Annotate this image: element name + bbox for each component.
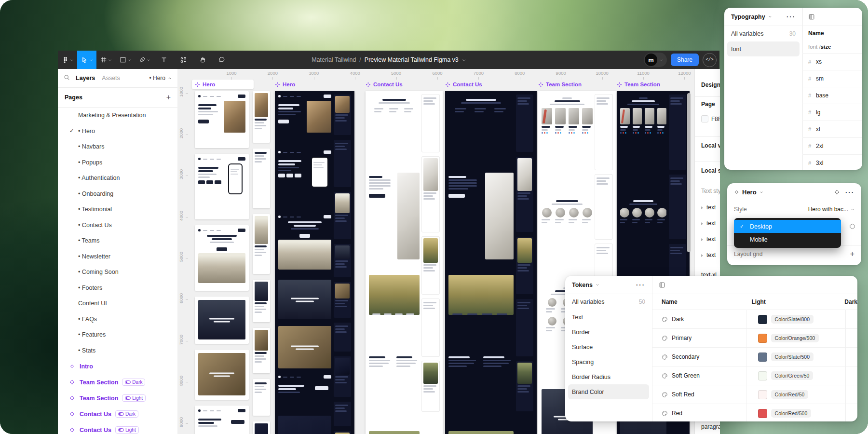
- account-menu[interactable]: m: [644, 53, 667, 67]
- text-tool[interactable]: [154, 51, 174, 69]
- variable-row-3xl[interactable]: #3xl: [802, 155, 862, 170]
- shape-tool[interactable]: [116, 51, 135, 69]
- sidebar-page-content-ui[interactable]: Content UI: [58, 296, 177, 312]
- token-group-spacing[interactable]: Spacing: [568, 354, 649, 369]
- style-value-dropdown[interactable]: Hero with bac...: [808, 206, 854, 213]
- panel-menu-icon[interactable]: ···: [787, 13, 796, 20]
- variable-chip[interactable]: Color/Red/50: [771, 390, 809, 399]
- mini-design-card[interactable]: [195, 154, 249, 219]
- mini-design-card[interactable]: [195, 297, 249, 344]
- variable-chip[interactable]: Color/Slate/800: [771, 315, 814, 324]
- sidebar-page-coming-soon[interactable]: • Coming Soon: [58, 264, 177, 280]
- mini-design-card-mobile[interactable]: [253, 421, 270, 434]
- sidebar-page-features[interactable]: • Features: [58, 327, 177, 343]
- variant-badge[interactable]: Dark: [115, 410, 138, 418]
- table-layout-icon[interactable]: [808, 14, 815, 20]
- mini-design-card-mobile[interactable]: [253, 379, 270, 416]
- variable-chip[interactable]: Color/Orange/500: [771, 334, 819, 342]
- variant-badge[interactable]: Light: [115, 426, 139, 434]
- hand-tool[interactable]: [193, 51, 212, 69]
- artboard-frame-contact-us-dark[interactable]: [445, 91, 537, 434]
- token-row-soft-green[interactable]: Soft Green Color/Green/50 Colo: [652, 366, 857, 385]
- variable-row-sm[interactable]: #sm: [802, 70, 862, 87]
- artboard-frame-contact-us-light[interactable]: [366, 91, 443, 434]
- token-row-primary[interactable]: Primary Color/Orange/500 Colo: [652, 329, 857, 348]
- variable-row-xl[interactable]: #xl: [802, 121, 862, 138]
- panel-menu-icon[interactable]: ···: [636, 281, 645, 288]
- local-variables-label[interactable]: Local va: [701, 142, 720, 149]
- panel-menu-icon[interactable]: ···: [845, 189, 854, 196]
- mini-design-card[interactable]: [195, 91, 249, 148]
- mini-design-card[interactable]: [195, 350, 249, 400]
- layer-team-section-light[interactable]: Team SectionLight: [58, 390, 177, 406]
- sidebar-page-popups[interactable]: • Popups: [58, 155, 177, 171]
- tokens-panel-title[interactable]: Tokens: [572, 282, 593, 288]
- token-row-soft-red[interactable]: Soft Red Color/Red/50 Colo: [652, 385, 857, 404]
- breadcrumb-file-name[interactable]: Preview Material Tailwind Figma v3: [365, 56, 459, 63]
- sidebar-page-faqs[interactable]: • FAQs: [58, 312, 177, 327]
- variable-row-lg[interactable]: #lg: [802, 104, 862, 121]
- breadcrumb-team[interactable]: Material Tailwind: [312, 56, 356, 63]
- mini-design-card-mobile[interactable]: [253, 149, 270, 208]
- page-color-value[interactable]: F8F...: [711, 116, 720, 122]
- sidebar-page-contact-us[interactable]: • Contact Us: [58, 217, 177, 233]
- text-style-row[interactable]: paragraph: [701, 423, 720, 430]
- local-styles-label[interactable]: Local styles: [701, 167, 720, 174]
- token-row-red[interactable]: Red Color/Red/500 Colo: [652, 404, 857, 421]
- text-style-row[interactable]: text: [701, 236, 716, 243]
- token-group-border-radius[interactable]: Border Radius: [568, 369, 649, 384]
- token-group-border[interactable]: Border: [568, 325, 649, 339]
- artboard-frame-hero-dark[interactable]: [275, 91, 354, 434]
- main-menu[interactable]: [58, 51, 77, 69]
- dropdown-option-mobile[interactable]: Mobile: [734, 233, 841, 246]
- variable-row-xs[interactable]: #xs: [802, 54, 862, 70]
- tab-layers[interactable]: Layers: [76, 75, 95, 81]
- mini-design-card[interactable]: [195, 406, 249, 434]
- chevron-down-icon[interactable]: [768, 15, 772, 18]
- share-button[interactable]: Share: [671, 54, 699, 66]
- variable-row-base[interactable]: #base: [802, 87, 862, 104]
- mini-design-card-mobile[interactable]: [253, 91, 270, 143]
- sidebar-page-hero[interactable]: ✓• Hero: [58, 123, 177, 139]
- artboard-label-hero[interactable]: Hero: [195, 81, 215, 87]
- dropdown-option-desktop[interactable]: ✓Desktop: [734, 220, 841, 233]
- artboard-label-team-section[interactable]: Team Section: [617, 81, 660, 87]
- text-style-row[interactable]: text: [701, 204, 716, 211]
- variant-badge[interactable]: Light: [122, 394, 146, 402]
- mini-design-card-mobile[interactable]: [253, 280, 270, 322]
- text-style-row[interactable]: text: [701, 252, 716, 258]
- variable-chip[interactable]: Color/Slate/500: [771, 353, 814, 361]
- layer-contact-us-dark[interactable]: Contact UsDark: [58, 406, 177, 422]
- artboard-label-hero[interactable]: Hero: [275, 81, 295, 87]
- artboard-label-contact-us[interactable]: Contact Us: [445, 81, 482, 87]
- page-color-swatch[interactable]: [701, 115, 708, 122]
- sidebar-page-footers[interactable]: • Footers: [58, 280, 177, 296]
- token-row-secondary[interactable]: Secondary Color/Slate/500 Colo: [652, 348, 857, 366]
- chevron-down-icon[interactable]: [462, 56, 466, 63]
- layer-team-section-dark[interactable]: Team SectionDark: [58, 374, 177, 390]
- chevron-down-icon[interactable]: [760, 190, 763, 194]
- pen-tool[interactable]: [135, 51, 154, 69]
- variable-group-font[interactable]: font: [727, 41, 800, 56]
- artboard-label-team-section[interactable]: Team Section: [538, 81, 582, 87]
- layer-contact-us-light[interactable]: Contact UsLight: [58, 422, 177, 434]
- search-icon[interactable]: [64, 74, 70, 82]
- current-page-selector[interactable]: • Hero: [149, 75, 172, 81]
- typography-panel-title[interactable]: Typography: [731, 14, 765, 20]
- tab-assets[interactable]: Assets: [102, 75, 120, 81]
- mini-design-card-mobile[interactable]: [253, 214, 270, 274]
- chevron-down-icon[interactable]: [596, 283, 599, 286]
- sidebar-page-navbars[interactable]: • Navbars: [58, 139, 177, 155]
- add-page-button[interactable]: +: [166, 93, 171, 102]
- dev-mode-toggle[interactable]: </>: [703, 53, 717, 67]
- avatar[interactable]: m: [645, 54, 657, 66]
- token-row-dark[interactable]: Dark Color/Slate/800 Colo: [652, 310, 857, 329]
- sidebar-page-marketing-presentation[interactable]: Marketing & Presentation: [58, 108, 177, 123]
- move-tool[interactable]: [77, 51, 96, 69]
- artboard-label-contact-us[interactable]: Contact Us: [366, 81, 403, 87]
- all-variables-row[interactable]: All variables 30: [724, 26, 802, 41]
- sidebar-page-newsletter[interactable]: • Newsletter: [58, 249, 177, 265]
- hexagon-icon[interactable]: [849, 223, 855, 231]
- mini-design-card[interactable]: [195, 225, 249, 291]
- token-group-brand-color[interactable]: Brand Color: [568, 384, 649, 399]
